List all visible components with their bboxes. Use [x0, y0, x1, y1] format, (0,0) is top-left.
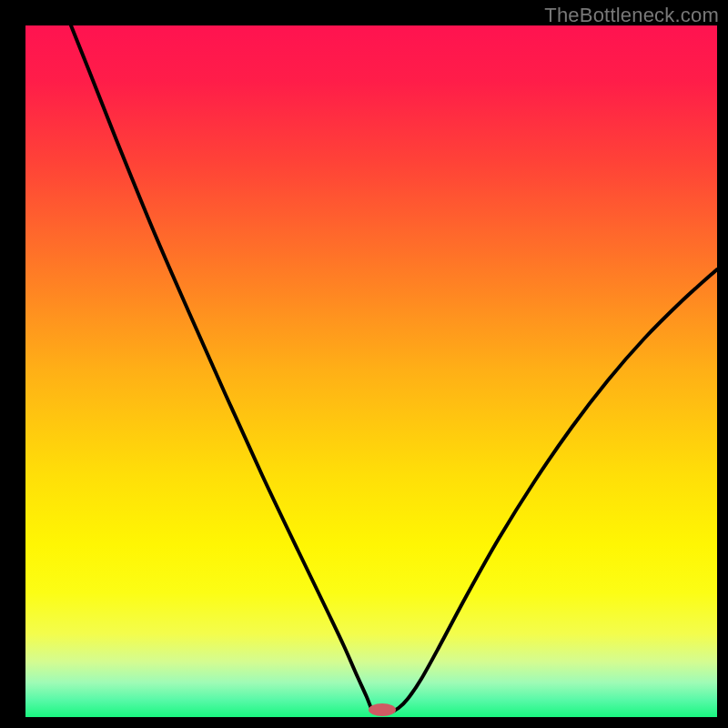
plot-area — [25, 25, 717, 717]
watermark-text: TheBottleneck.com — [544, 4, 719, 27]
optimal-marker — [369, 703, 396, 716]
chart-frame: TheBottleneck.com — [0, 0, 728, 728]
bottleneck-chart — [25, 25, 717, 717]
